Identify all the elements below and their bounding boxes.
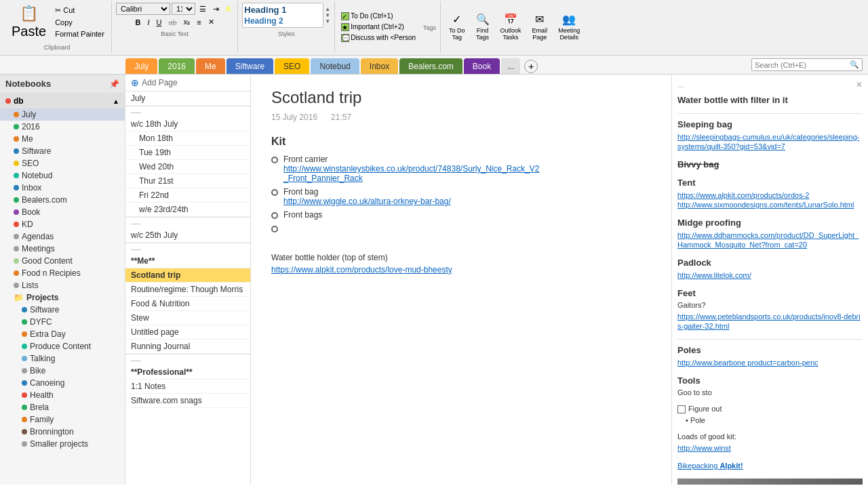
page-item-professional[interactable]: **Professional** bbox=[125, 365, 250, 380]
front-bag-link[interactable]: http://www.wiggle.co.uk/altura-orkney-ba… bbox=[283, 197, 451, 206]
sidebar-item-brela[interactable]: Brela bbox=[0, 401, 125, 413]
sidebar-item-2016[interactable]: 2016 bbox=[0, 121, 125, 133]
page-item-siftware-snags[interactable]: Siftware.com snags bbox=[125, 394, 250, 408]
page-item-thur[interactable]: Thur 21st bbox=[125, 174, 250, 188]
sidebar-item-bronnington[interactable]: Bronnington bbox=[0, 426, 125, 438]
sidebar-item-smaller-projects[interactable]: Smaller projects bbox=[0, 438, 125, 450]
important-tag[interactable]: ★ Important (Ctrl+2) bbox=[339, 22, 418, 32]
underline-button[interactable]: U bbox=[154, 17, 165, 28]
poles-link[interactable]: http://www.bearbone product=carbon-penc bbox=[677, 359, 818, 367]
page-item-stew[interactable]: Stew bbox=[125, 311, 250, 325]
tab-seo[interactable]: SEO bbox=[275, 58, 309, 74]
tab-me[interactable]: Me bbox=[196, 58, 225, 74]
align-button[interactable]: ≡ bbox=[194, 17, 203, 28]
midge-link[interactable]: http://www.ddhammocks.com/product/DD_Sup… bbox=[677, 231, 859, 249]
page-item-untitled[interactable]: Untitled page bbox=[125, 325, 250, 340]
page-item-wed[interactable]: Wed 20th bbox=[125, 160, 250, 174]
sidebar-item-lists[interactable]: Lists bbox=[0, 279, 125, 291]
clear-format-button[interactable]: ✕ bbox=[205, 16, 217, 28]
add-page-button[interactable]: ⊕ Add Page bbox=[125, 75, 250, 92]
sidebar-item-family[interactable]: Family bbox=[0, 413, 125, 426]
tab-inbox[interactable]: Inbox bbox=[361, 58, 398, 74]
loads-link[interactable]: http://www.winst bbox=[677, 444, 731, 452]
page-item-1on1-notes[interactable]: 1:1 Notes bbox=[125, 380, 250, 394]
page-item-we[interactable]: w/e 23rd/24th bbox=[125, 203, 250, 217]
sidebar-item-good-content[interactable]: Good Content bbox=[0, 255, 125, 267]
sidebar-item-dyfc[interactable]: DYFC bbox=[0, 316, 125, 328]
sidebar-item-kd[interactable]: KD bbox=[0, 218, 125, 230]
list-button[interactable]: ☰ bbox=[197, 3, 209, 15]
bikepacking-link[interactable]: Bikepacking Alpkit! bbox=[677, 462, 743, 470]
page-item-me-section[interactable]: **Me** bbox=[125, 254, 250, 268]
sidebar-item-book[interactable]: Book bbox=[0, 206, 125, 218]
sleeping-bag-link[interactable]: http://sleepingbags-cumulus.eu/uk/catego… bbox=[677, 133, 859, 150]
sidebar-item-bike[interactable]: Bike bbox=[0, 365, 125, 377]
page-item-scotland[interactable]: Scotland trip bbox=[125, 268, 250, 283]
page-item-running-journal[interactable]: Running Journal bbox=[125, 340, 250, 354]
sidebar-collapse-icon[interactable]: 📌 bbox=[109, 79, 119, 89]
page-item-mon[interactable]: Mon 18th bbox=[125, 131, 250, 146]
sidebar-item-projects[interactable]: 📁 Projects bbox=[0, 291, 125, 304]
sidebar-item-july[interactable]: July bbox=[0, 108, 125, 121]
tab-add-button[interactable]: + bbox=[524, 60, 538, 73]
format-painter-button[interactable]: Format Painter bbox=[52, 28, 107, 39]
db-label[interactable]: db bbox=[14, 96, 24, 106]
cut-button[interactable]: ✂ Cut bbox=[52, 5, 107, 16]
style-scroll-down[interactable]: ▼ bbox=[325, 12, 330, 18]
bold-button[interactable]: B bbox=[133, 17, 144, 28]
page-item-tue[interactable]: Tue 19th bbox=[125, 146, 250, 160]
page-item-week1[interactable]: w/c 18th July bbox=[125, 117, 250, 131]
tab-more[interactable]: ... bbox=[501, 58, 520, 74]
sidebar-item-inbox[interactable]: Inbox bbox=[0, 182, 125, 194]
tab-notebud[interactable]: Notebud bbox=[311, 58, 359, 74]
right-panel-close-icon[interactable]: ✕ bbox=[856, 80, 863, 89]
search-icon[interactable]: 🔍 bbox=[850, 60, 859, 69]
page-item-food-nutrition[interactable]: Food & Nutrition bbox=[125, 297, 250, 311]
style-scroll-more[interactable]: ▼ bbox=[325, 18, 330, 24]
heading1-style[interactable]: Heading 1 bbox=[244, 5, 321, 15]
page-item-week2[interactable]: w/c 25th July bbox=[125, 228, 250, 243]
strikethrough-button[interactable]: ab bbox=[165, 17, 179, 28]
page-item-july[interactable]: July bbox=[125, 92, 250, 106]
tab-book[interactable]: Book bbox=[464, 58, 500, 74]
sidebar-item-meetings[interactable]: Meetings bbox=[0, 243, 125, 255]
font-size-select[interactable]: 11 bbox=[172, 3, 195, 15]
todo-tag-button[interactable]: ✓ To Do Tag bbox=[445, 12, 469, 42]
sidebar-item-bealers[interactable]: Bealers.com bbox=[0, 194, 125, 206]
tab-bealers[interactable]: Bealers.com bbox=[399, 58, 462, 74]
tab-siftware[interactable]: Siftware bbox=[226, 58, 273, 74]
page-item-fri[interactable]: Fri 22nd bbox=[125, 188, 250, 203]
highlight-button[interactable]: A bbox=[223, 3, 233, 14]
padlock-link[interactable]: http://www.litelok.com/ bbox=[677, 271, 751, 279]
figure-out-checkbox[interactable] bbox=[677, 405, 686, 413]
font-family-select[interactable]: Calibri bbox=[116, 3, 170, 15]
sidebar-item-extra-day[interactable]: Extra Day bbox=[0, 328, 125, 340]
sidebar-item-food[interactable]: Food n Recipies bbox=[0, 267, 125, 279]
water-bottle-link[interactable]: https://www.alpkit.com/products/love-mud… bbox=[271, 265, 452, 274]
sidebar-item-notebud[interactable]: Notebud bbox=[0, 169, 125, 182]
style-scroll-up[interactable]: ▲ bbox=[325, 6, 330, 12]
feet-link[interactable]: https://www.peteblandsports.co.uk/produc… bbox=[677, 312, 861, 330]
italic-button[interactable]: I bbox=[144, 17, 152, 28]
sidebar-item-produce-content[interactable]: Produce Content bbox=[0, 340, 125, 352]
find-tags-button[interactable]: 🔍 Find Tags bbox=[472, 12, 494, 42]
sidebar-item-seo[interactable]: SEO bbox=[0, 157, 125, 169]
heading2-style[interactable]: Heading 2 bbox=[244, 16, 321, 26]
todo-tag[interactable]: ✓ To Do (Ctrl+1) bbox=[339, 12, 418, 21]
outlook-button[interactable]: 📅 Outlook Tasks bbox=[496, 12, 526, 42]
page-item-routine[interactable]: Routine/regime: Though Morris bbox=[125, 283, 250, 297]
copy-button[interactable]: Copy bbox=[52, 17, 107, 28]
sidebar-item-me[interactable]: Me bbox=[0, 133, 125, 145]
front-carrier-link[interactable]: http://www.winstanleysbikes.co.uk/produc… bbox=[283, 164, 540, 183]
db-collapse-arrow[interactable]: ▲ bbox=[113, 98, 119, 105]
sidebar-item-siftware[interactable]: Siftware bbox=[0, 145, 125, 157]
indent-button[interactable]: ⇥ bbox=[210, 3, 222, 15]
tab-2016[interactable]: 2016 bbox=[159, 58, 195, 74]
meeting-button[interactable]: 👥 Meeting Details bbox=[554, 12, 584, 42]
tent-link1[interactable]: https://www.alpkit.com/products/ordos-2 bbox=[677, 191, 809, 199]
sidebar-item-health[interactable]: Health bbox=[0, 389, 125, 401]
discuss-tag[interactable]: 💬 Discuss with <Person bbox=[339, 33, 418, 43]
sidebar-item-talking[interactable]: Talking bbox=[0, 352, 125, 365]
tab-july[interactable]: July bbox=[125, 58, 157, 74]
search-input[interactable] bbox=[755, 61, 850, 69]
